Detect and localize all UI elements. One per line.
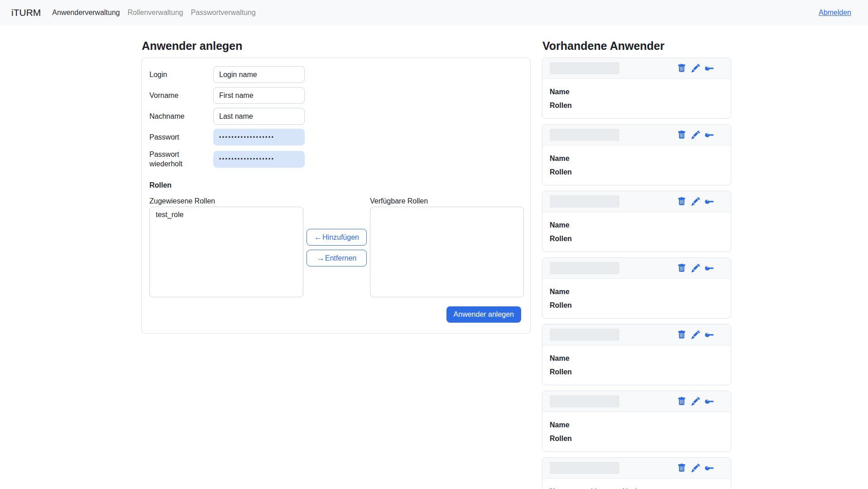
user-card-actions — [676, 264, 715, 273]
name-label: Name — [550, 420, 591, 431]
name-label: Name — [550, 87, 591, 97]
delete-user-button[interactable] — [676, 131, 686, 140]
vorname-input[interactable] — [213, 87, 305, 104]
user-name-row: Name — [550, 353, 724, 364]
pencil-icon — [691, 330, 700, 339]
edit-user-button[interactable] — [691, 330, 700, 339]
roles-transfer-buttons: ← Hinzufügen → Entfernen — [307, 196, 367, 297]
delete-user-button[interactable] — [676, 464, 686, 473]
user-login-skeleton — [550, 129, 619, 141]
passwort-label: Passwort — [149, 132, 213, 142]
user-name-row: Name Vorname Nachname — [550, 486, 724, 489]
name-value: Vorname Nachname — [591, 486, 657, 489]
arrow-right-icon: → — [317, 254, 325, 262]
pencil-icon — [691, 464, 700, 472]
nav-item-anwenderverwaltung[interactable]: Anwenderverwaltung — [52, 9, 120, 16]
roles-label: Rollen — [550, 233, 591, 244]
edit-user-button[interactable] — [691, 264, 700, 273]
user-card: Name Vorname Nachname Rollen — [542, 457, 731, 489]
change-password-button[interactable] — [705, 131, 715, 140]
user-name-row: Name — [550, 87, 724, 97]
edit-user-button[interactable] — [691, 197, 700, 206]
create-user-title: Anwender anlegen — [142, 39, 531, 53]
key-icon — [705, 397, 715, 406]
key-icon — [705, 131, 715, 140]
assigned-roles-listbox[interactable]: test_role — [149, 207, 303, 297]
vorname-label: Vorname — [149, 91, 213, 100]
user-name-row: Name — [550, 153, 724, 164]
trash-icon — [677, 464, 686, 472]
trash-icon — [677, 197, 686, 206]
user-card-header — [542, 191, 731, 212]
delete-user-button[interactable] — [676, 264, 686, 273]
passwort-wiederholt-label: Passwort wiederholt — [149, 150, 213, 169]
create-user-section: Anwender anlegen Login Vorname Nachname … — [141, 39, 531, 334]
pencil-icon — [691, 197, 700, 206]
change-password-button[interactable] — [705, 64, 715, 73]
nav-item-rollenverwaltung[interactable]: Rollenverwaltung — [128, 9, 183, 16]
key-icon — [705, 64, 715, 73]
delete-user-button[interactable] — [676, 64, 686, 73]
add-role-label: Hinzufügen — [322, 233, 359, 242]
edit-user-button[interactable] — [691, 64, 700, 73]
user-login-skeleton — [550, 329, 619, 341]
edit-user-button[interactable] — [691, 397, 700, 406]
user-name-row: Name — [550, 420, 724, 431]
available-roles-label: Verfügbare Rollen — [370, 196, 524, 207]
available-roles-column: Verfügbare Rollen — [370, 196, 524, 297]
login-input[interactable] — [213, 66, 305, 83]
delete-user-button[interactable] — [676, 197, 686, 206]
roles-transfer-widget: Zugewiesene Rollen test_role ← Hinzufüge… — [149, 196, 521, 297]
delete-user-button[interactable] — [676, 397, 686, 406]
key-icon — [705, 464, 715, 473]
edit-user-button[interactable] — [691, 464, 700, 473]
user-card-body: Name Rollen — [542, 345, 731, 385]
role-item-test-role[interactable]: test_role — [150, 210, 303, 219]
pencil-icon — [691, 64, 700, 73]
create-user-submit-button[interactable]: Anwender anlegen — [446, 306, 521, 323]
user-card-body: Name Rollen — [542, 279, 731, 318]
nachname-input[interactable] — [213, 108, 305, 125]
user-login-skeleton — [550, 462, 619, 474]
delete-user-button[interactable] — [676, 330, 686, 339]
passwort-input[interactable] — [213, 129, 305, 145]
user-card: Name Rollen — [542, 191, 731, 252]
add-role-button[interactable]: ← Hinzufügen — [307, 229, 367, 246]
trash-icon — [677, 264, 686, 272]
change-password-button[interactable] — [705, 197, 715, 206]
nav-item-passwortverwaltung[interactable]: Passwortverwaltung — [191, 9, 255, 16]
user-card-actions — [676, 464, 715, 473]
user-login-skeleton — [550, 262, 619, 274]
user-card-actions — [676, 397, 715, 406]
user-card-header — [542, 458, 731, 479]
change-password-button[interactable] — [705, 264, 715, 273]
nachname-row: Nachname — [149, 108, 521, 125]
user-card-body: Name Rollen — [542, 145, 731, 185]
remove-role-button[interactable]: → Entfernen — [307, 250, 367, 266]
main-nav: Anwenderverwaltung Rollenverwaltung Pass… — [52, 9, 255, 17]
user-card: Name Rollen — [542, 58, 731, 119]
logout-link[interactable]: Abmelden — [819, 9, 851, 17]
user-card-body: Name Rollen — [542, 79, 731, 118]
user-login-skeleton — [550, 195, 619, 208]
passwort-wiederholt-input[interactable] — [213, 151, 305, 168]
change-password-button[interactable] — [705, 330, 715, 339]
available-roles-listbox[interactable] — [370, 207, 524, 297]
pencil-icon — [691, 397, 700, 406]
pencil-icon — [691, 264, 700, 272]
change-password-button[interactable] — [705, 464, 715, 473]
user-card-header — [542, 58, 731, 79]
existing-users-section: Vorhandene Anwender — [542, 39, 731, 489]
roles-label: Rollen — [550, 100, 591, 111]
top-navbar: iTURM Anwenderverwaltung Rollenverwaltun… — [0, 0, 868, 25]
roles-label: Rollen — [550, 367, 591, 378]
user-roles-row: Rollen — [550, 100, 724, 111]
change-password-button[interactable] — [705, 397, 715, 406]
user-card-actions — [676, 330, 715, 339]
name-label: Name — [550, 153, 591, 164]
user-card-header — [542, 258, 731, 279]
user-card-header — [542, 391, 731, 412]
user-card-body: Name Rollen — [542, 212, 731, 252]
edit-user-button[interactable] — [691, 131, 700, 140]
user-login-skeleton — [550, 62, 619, 74]
